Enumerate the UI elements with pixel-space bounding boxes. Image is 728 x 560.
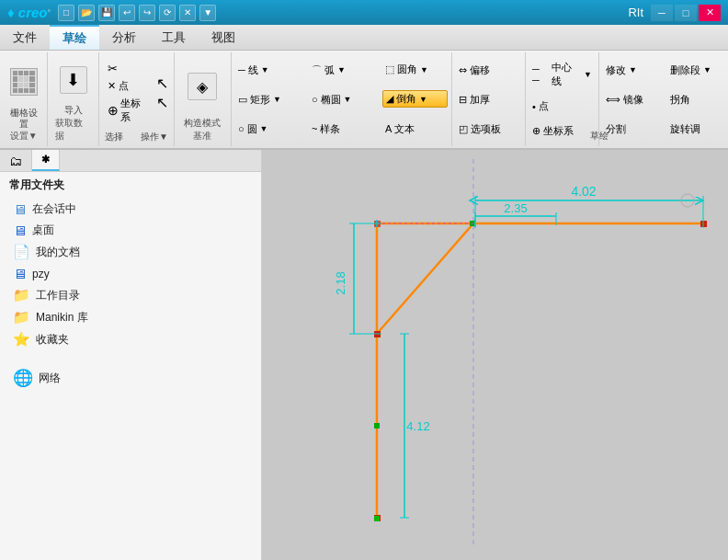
creo-degree: ° xyxy=(48,8,51,17)
new-btn[interactable]: □ xyxy=(58,5,74,21)
split-btn[interactable]: 分割 xyxy=(603,121,660,137)
svg-rect-12 xyxy=(374,516,380,521)
creo-logo: ♦ creo xyxy=(7,5,48,20)
close-btn2[interactable]: ✕ xyxy=(179,5,196,21)
rect-btn[interactable]: ▭ 矩形 ▼ xyxy=(235,92,301,108)
offset-btn[interactable]: ⇔ 偏移 xyxy=(456,63,521,78)
arc-btn[interactable]: ⌒ 弧 ▼ xyxy=(309,63,375,78)
folder-session[interactable]: 🖥 在会话中 xyxy=(9,199,252,220)
minimize-btn[interactable]: ─ xyxy=(651,5,673,21)
delete-segment-btn[interactable]: 删除段 ▼ xyxy=(667,63,724,78)
network-icon: 🌐 xyxy=(13,368,33,388)
import-label: 导入 xyxy=(64,104,83,117)
import-btn[interactable]: ⬇ xyxy=(60,66,87,94)
toolbar-group-grid: 栅格设置 设置▼ xyxy=(0,52,48,146)
folder-manikin[interactable]: 📁 Manikin 库 xyxy=(9,306,252,328)
more-btn[interactable]: ▼ xyxy=(199,5,216,21)
point-btn[interactable]: • 点 xyxy=(529,98,595,114)
common-folders-title: 常用文件夹 xyxy=(9,177,252,193)
menu-analyze[interactable]: 分析 xyxy=(99,25,149,50)
fillet-btn[interactable]: ⬚ 圆角 ▼ xyxy=(382,62,448,77)
close-win-btn[interactable]: ✕ xyxy=(699,5,721,21)
regen-btn[interactable]: ⟳ xyxy=(159,5,176,21)
network-label: 网络 xyxy=(39,371,61,386)
folder-favorites[interactable]: ⭐ 收藏夹 xyxy=(9,328,252,350)
folder-mydocs[interactable]: 📄 我的文档 xyxy=(9,241,252,263)
desktop-icon: 🖥 xyxy=(13,223,27,238)
toolbar-sketch-col4: ⇔ 偏移 ⊟ 加厚 ◰ 选项板 xyxy=(452,52,526,146)
text-btn[interactable]: A 文本 xyxy=(382,121,448,137)
toolbar-edit-col1: 修改 ▼ ⟺ 镜像 分割 xyxy=(599,52,664,146)
toolbar-group-construct: ◈ 构造模式 基准 xyxy=(175,52,232,146)
pzy-icon: 🖥 xyxy=(13,266,27,281)
thicken-btn[interactable]: ⊟ 加厚 xyxy=(456,92,521,108)
open-btn[interactable]: 📂 xyxy=(78,5,95,21)
coord-btn[interactable]: ⊕ 坐标系 xyxy=(105,96,153,125)
palette-btn[interactable]: ◰ 选项板 xyxy=(456,121,521,137)
redo-btn[interactable]: ↪ xyxy=(139,5,155,21)
chamfer-btn[interactable]: ◢ 倒角 ▼ xyxy=(382,90,448,108)
menu-tools[interactable]: 工具 xyxy=(149,25,199,50)
network-item[interactable]: 🌐 网络 xyxy=(9,365,252,391)
rit-label: RIt xyxy=(628,6,643,19)
modify-btn[interactable]: 修改 ▼ xyxy=(603,63,660,78)
panel-tab-folder[interactable]: 🗂 xyxy=(0,150,32,171)
grid-settings-btn[interactable] xyxy=(7,65,40,98)
toolbar-edit-col2: 删除段 ▼ 拐角 旋转调 xyxy=(664,52,728,146)
dim-4.02: 4.02 xyxy=(571,184,596,199)
window-controls: ─ □ ✕ xyxy=(651,5,721,21)
cross-btn[interactable]: ✕ 点 xyxy=(105,78,153,94)
dim-4.12: 4.12 xyxy=(406,419,429,433)
save-btn[interactable]: 💾 xyxy=(98,5,115,21)
coord2-btn[interactable]: ⊕ 坐标系 xyxy=(529,123,595,139)
grid-sublabel: 设置▼ xyxy=(10,130,38,143)
undo-btn[interactable]: ↩ xyxy=(119,5,135,21)
folder-pzy[interactable]: 🖥 pzy xyxy=(9,263,252,284)
select-arrow-btn[interactable]: ↖ xyxy=(156,74,168,92)
session-icon: 🖥 xyxy=(13,201,27,217)
cut-btn[interactable]: ✂ xyxy=(105,61,153,76)
centerline-btn[interactable]: ─ ─ 中心线 ▼ xyxy=(529,60,595,89)
quick-access-toolbar: □ 📂 💾 ↩ ↪ ⟳ ✕ ▼ xyxy=(58,5,216,21)
maximize-btn[interactable]: □ xyxy=(675,5,697,21)
panel-tab-star[interactable]: ✱ xyxy=(32,150,60,171)
folder-workdir[interactable]: 📁 工作目录 xyxy=(9,284,252,306)
menu-sketch[interactable]: 草绘 xyxy=(50,25,99,50)
toolbar-sketch-col1: ─ 线 ▼ ▭ 矩形 ▼ ○ 圆 ▼ xyxy=(232,52,305,146)
toolbar-sketch-col2: ⌒ 弧 ▼ ○ 椭圆 ▼ ~ 样条 xyxy=(305,52,379,146)
corner-btn[interactable]: 拐角 xyxy=(667,92,724,108)
toolbar: 栅格设置 设置▼ ⬇ 导入 获取数据 ✂ ✕ 点 ⊕ 坐标系 ↖ ↖ 选择 操作… xyxy=(0,51,728,150)
toolbar-centerline-col: ─ ─ 中心线 ▼ • 点 ⊕ 坐标系 xyxy=(526,52,599,146)
basis-label: 基准 xyxy=(193,130,211,143)
line-btn[interactable]: ─ 线 ▼ xyxy=(235,63,301,78)
folder-section: 常用文件夹 🖥 在会话中 🖥 桌面 📄 我的文档 🖥 pzy 📁 工作目录 📁 … xyxy=(0,172,261,356)
construct-mode-btn[interactable]: ◈ xyxy=(188,73,217,100)
mydocs-icon: 📄 xyxy=(13,244,30,260)
toolbar-sketch-col3: ⬚ 圆角 ▼ ◢ 倒角 ▼ A 文本 xyxy=(379,52,452,146)
select-label: 选择 xyxy=(105,131,123,143)
main-canvas: 4.02 2.35 2.18 4.12 xyxy=(262,150,728,560)
svg-rect-11 xyxy=(374,423,380,429)
rotate-btn[interactable]: 旋转调 xyxy=(667,121,724,137)
mirror-btn[interactable]: ⟺ 镜像 xyxy=(603,92,660,108)
circle-btn[interactable]: ○ 圆 ▼ xyxy=(235,121,301,137)
menu-file[interactable]: 文件 xyxy=(0,25,50,50)
menu-view[interactable]: 视图 xyxy=(199,25,248,50)
select-arrow2-btn[interactable]: ↖ xyxy=(156,94,168,111)
dim-2.35: 2.35 xyxy=(504,201,527,215)
left-panel: 🗂 ✱ 常用文件夹 🖥 在会话中 🖥 桌面 📄 我的文档 🖥 pzy 📁 工作目… xyxy=(0,150,262,560)
toolbar-group-import: ⬇ 导入 获取数据 xyxy=(48,52,99,146)
favorites-icon: ⭐ xyxy=(13,331,30,348)
ops-label: 操作▼ xyxy=(141,131,168,143)
manikin-icon: 📁 xyxy=(13,309,30,326)
grid-label: 栅格设置 xyxy=(6,108,41,130)
network-section: 🌐 网络 xyxy=(0,356,261,400)
dim-2.18: 2.18 xyxy=(334,271,347,294)
titlebar: ♦ creo ° □ 📂 💾 ↩ ↪ ⟳ ✕ ▼ RIt ─ □ ✕ xyxy=(0,0,728,25)
menubar: 文件 草绘 分析 工具 视图 xyxy=(0,25,728,51)
ellipse-btn[interactable]: ○ 椭圆 ▼ xyxy=(309,92,375,108)
folder-desktop[interactable]: 🖥 桌面 xyxy=(9,220,252,241)
spline-btn[interactable]: ~ 样条 xyxy=(309,121,375,137)
construct-label: 构造模式 xyxy=(184,117,221,130)
svg-rect-0 xyxy=(262,150,728,560)
